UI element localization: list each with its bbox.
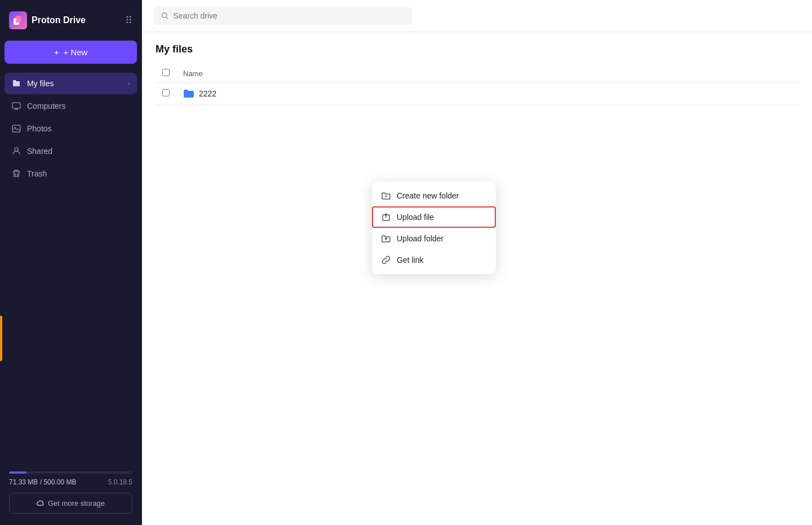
my-files-icon bbox=[11, 78, 21, 89]
top-bar bbox=[142, 0, 812, 32]
sidebar-item-label-trash: Trash bbox=[27, 169, 47, 178]
app-title: Proton Drive bbox=[32, 15, 125, 25]
menu-item-upload-folder[interactable]: Upload folder bbox=[372, 228, 496, 249]
select-all-checkbox[interactable] bbox=[162, 69, 170, 76]
svg-point-5 bbox=[162, 13, 167, 18]
context-menu: Create new folder Upload file bbox=[372, 182, 496, 274]
folder-icon bbox=[183, 89, 194, 99]
menu-label-upload-folder: Upload folder bbox=[397, 234, 443, 243]
logo-area: Proton Drive ⠿ bbox=[5, 7, 137, 38]
table-row[interactable]: 2222 bbox=[156, 83, 798, 105]
cloud-icon bbox=[37, 500, 45, 508]
menu-item-get-link[interactable]: Get link bbox=[372, 249, 496, 271]
sidebar-item-label-shared: Shared bbox=[27, 147, 52, 156]
select-all-checkbox-header bbox=[156, 64, 176, 83]
svg-rect-2 bbox=[12, 103, 20, 108]
new-button-label: + New bbox=[63, 47, 87, 57]
sidebar: Proton Drive ⠿ + + New My files › Comput… bbox=[0, 0, 142, 525]
page-title: My files bbox=[156, 43, 798, 55]
menu-label-create-folder: Create new folder bbox=[397, 191, 459, 200]
sidebar-item-computers[interactable]: Computers bbox=[5, 95, 137, 117]
search-icon bbox=[161, 12, 168, 20]
name-column-header: Name bbox=[176, 64, 798, 83]
shared-icon bbox=[11, 146, 21, 156]
storage-text: 71.33 MB / 500.00 MB 5.0.18.5 bbox=[9, 478, 132, 486]
sidebar-item-shared[interactable]: Shared bbox=[5, 140, 137, 162]
storage-bar-fill bbox=[9, 471, 26, 474]
row-checkbox-cell bbox=[156, 83, 176, 105]
menu-item-upload-file[interactable]: Upload file bbox=[372, 206, 496, 228]
storage-bar-background bbox=[9, 471, 132, 474]
grid-icon[interactable]: ⠿ bbox=[125, 14, 132, 27]
sidebar-item-label-photos: Photos bbox=[27, 124, 52, 133]
proton-drive-logo-icon bbox=[9, 11, 27, 29]
computers-icon bbox=[11, 101, 21, 111]
get-link-icon bbox=[381, 255, 391, 265]
file-table: Name 2222 bbox=[156, 64, 798, 105]
chevron-right-icon: › bbox=[128, 80, 130, 87]
content-area: My files Name bbox=[142, 32, 812, 525]
menu-label-upload-file: Upload file bbox=[397, 213, 434, 222]
svg-rect-3 bbox=[12, 125, 20, 132]
create-folder-icon bbox=[381, 191, 391, 201]
storage-used: 71.33 MB / 500.00 MB bbox=[9, 478, 76, 486]
trash-icon bbox=[11, 169, 21, 179]
new-button[interactable]: + + New bbox=[5, 41, 137, 64]
main-content: My files Name bbox=[142, 0, 812, 525]
version-label: 5.0.18.5 bbox=[108, 478, 132, 486]
sidebar-item-photos[interactable]: Photos bbox=[5, 118, 137, 139]
upload-folder-icon bbox=[381, 233, 391, 244]
get-storage-label: Get more storage bbox=[48, 499, 105, 508]
sidebar-item-trash[interactable]: Trash bbox=[5, 163, 137, 184]
search-box[interactable] bbox=[153, 7, 412, 25]
new-button-plus: + bbox=[54, 47, 59, 57]
file-name-wrapper: 2222 bbox=[183, 89, 792, 99]
sidebar-item-label-computers: Computers bbox=[27, 102, 65, 111]
storage-section: 71.33 MB / 500.00 MB 5.0.18.5 Get more s… bbox=[5, 467, 137, 518]
photos-icon bbox=[11, 123, 21, 134]
sidebar-item-label-my-files: My files bbox=[27, 79, 54, 88]
upload-file-icon bbox=[381, 212, 391, 222]
side-accent bbox=[0, 316, 2, 361]
menu-item-create-folder[interactable]: Create new folder bbox=[372, 185, 496, 206]
file-name-text: 2222 bbox=[199, 89, 216, 98]
search-input[interactable] bbox=[173, 11, 405, 20]
row-name-cell: 2222 bbox=[176, 83, 798, 105]
sidebar-item-my-files[interactable]: My files › bbox=[5, 73, 137, 94]
svg-rect-1 bbox=[16, 16, 21, 23]
row-checkbox[interactable] bbox=[162, 89, 170, 96]
menu-label-get-link: Get link bbox=[397, 255, 423, 264]
get-more-storage-button[interactable]: Get more storage bbox=[9, 493, 132, 514]
